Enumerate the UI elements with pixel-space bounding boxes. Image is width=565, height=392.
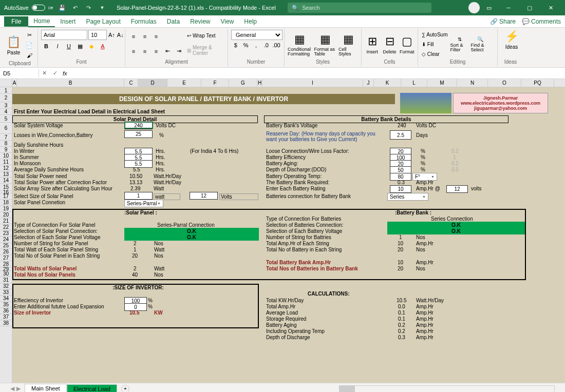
increase-font-button[interactable]: A↑ xyxy=(108,30,116,40)
menu-page-layout[interactable]: Page Layout xyxy=(81,16,125,27)
row-header[interactable]: 32 xyxy=(0,283,12,289)
row-header[interactable]: 22 xyxy=(0,224,12,230)
decrease-decimal-button[interactable]: .00 xyxy=(272,40,281,50)
row-header[interactable]: 24 xyxy=(0,237,12,243)
column-header[interactable]: C xyxy=(124,79,138,87)
row-header[interactable]: 12 xyxy=(0,165,12,171)
column-header[interactable]: K xyxy=(374,79,401,87)
font-color-button[interactable]: A xyxy=(98,41,108,51)
font-size-input[interactable] xyxy=(88,30,107,40)
row-header[interactable]: 10 xyxy=(0,153,12,159)
row-header[interactable]: 19 xyxy=(0,206,12,212)
row-header[interactable]: 8 xyxy=(0,141,12,147)
column-header[interactable]: F xyxy=(201,79,229,87)
row-header[interactable]: 5 xyxy=(0,115,12,123)
align-top-button[interactable]: ≡ xyxy=(128,31,139,42)
row-header[interactable]: 25 xyxy=(0,243,12,249)
menu-help[interactable]: Help xyxy=(239,16,262,27)
fill-button[interactable]: ⬇ Fill xyxy=(421,41,448,48)
row-header[interactable]: 6 xyxy=(0,123,12,134)
formula-input[interactable] xyxy=(69,69,565,77)
row-header[interactable]: 14 xyxy=(0,178,12,184)
tab-main-sheet[interactable]: Main Sheet xyxy=(25,384,67,392)
row-header[interactable]: 11 xyxy=(0,159,12,165)
column-header[interactable]: H xyxy=(257,79,262,87)
copy-button[interactable]: 📄 xyxy=(24,40,34,50)
fx-enter-icon[interactable]: ✓ xyxy=(50,70,61,76)
fill-color-button[interactable]: ◆ xyxy=(86,41,97,51)
menu-review[interactable]: Review xyxy=(185,16,215,27)
row-header[interactable]: 37 xyxy=(0,314,12,320)
column-header[interactable]: PQ xyxy=(521,79,554,87)
menu-file[interactable]: File xyxy=(4,16,28,27)
column-header[interactable]: G xyxy=(229,79,257,87)
user-avatar[interactable] xyxy=(468,2,480,13)
increase-indent-button[interactable]: ⇥ xyxy=(174,46,184,56)
row-header[interactable]: 20 xyxy=(0,212,12,218)
row-header[interactable]: 17 xyxy=(0,193,12,200)
row-header[interactable]: 38 xyxy=(0,320,12,326)
tab-next-icon[interactable]: ▶ xyxy=(16,385,21,392)
format-painter-button[interactable]: 🖌 xyxy=(24,50,34,61)
conditional-formatting-button[interactable]: ▦Conditional Formatting xyxy=(288,30,312,59)
each-batt-volt-input[interactable]: 12 xyxy=(446,185,468,193)
close-button[interactable]: ✕ xyxy=(540,0,561,15)
row-header[interactable]: 30 xyxy=(0,271,12,277)
add-sheet-button[interactable]: + xyxy=(121,385,129,393)
panel-volt-input[interactable]: 12 xyxy=(190,192,218,200)
column-header[interactable]: J xyxy=(363,79,374,87)
increase-decimal-button[interactable]: .0 xyxy=(261,40,271,50)
align-middle-button[interactable]: ≡ xyxy=(140,31,150,42)
column-header[interactable]: I xyxy=(262,79,363,87)
row-header[interactable]: 29 xyxy=(0,267,12,271)
column-header[interactable]: A xyxy=(12,79,17,87)
fx-cancel-icon[interactable]: ✕ xyxy=(39,70,50,76)
minimize-button[interactable]: ─ xyxy=(498,0,519,15)
ideas-button[interactable]: ⚡Ideas xyxy=(501,30,522,50)
decrease-indent-button[interactable]: ⇤ xyxy=(162,46,173,56)
row-header[interactable]: 35 xyxy=(0,302,12,308)
losses-input[interactable]: 25 xyxy=(124,130,153,138)
panel-connection-select[interactable]: Series-Parral xyxy=(124,200,163,207)
horizontal-scrollbar[interactable] xyxy=(339,385,555,393)
row-header[interactable]: 31 xyxy=(0,277,12,283)
row-header[interactable]: 21 xyxy=(0,218,12,224)
number-format-select[interactable]: General xyxy=(231,30,282,40)
row-header[interactable]: 23 xyxy=(0,230,12,237)
battery-connection-select[interactable]: Series xyxy=(387,193,428,201)
each-batt-input[interactable]: 10 xyxy=(390,185,411,193)
share-button[interactable]: 🔗Share xyxy=(490,18,516,25)
menu-data[interactable]: Data xyxy=(162,16,185,27)
wrap-text-button[interactable]: ↩Wrap Text xyxy=(186,32,224,40)
undo-icon[interactable]: ↶ xyxy=(71,4,80,12)
currency-button[interactable]: $ xyxy=(231,40,240,50)
menu-formulas[interactable]: Formulas xyxy=(126,16,162,27)
align-left-button[interactable]: ≡ xyxy=(128,46,139,56)
clear-button[interactable]: ◇ Clear xyxy=(421,51,448,57)
comma-button[interactable]: , xyxy=(252,40,261,50)
row-header[interactable]: 1 xyxy=(0,87,12,94)
menu-insert[interactable]: Insert xyxy=(55,16,81,27)
row-header[interactable]: 9 xyxy=(0,147,12,153)
underline-button[interactable]: U xyxy=(64,41,74,51)
decrease-font-button[interactable]: A↓ xyxy=(117,30,124,40)
row-header[interactable]: 2 xyxy=(0,94,12,102)
row-headers[interactable]: 1234567891011121314151617181920212223242… xyxy=(0,87,12,383)
row-header[interactable]: 3 xyxy=(0,102,12,109)
column-header[interactable]: E xyxy=(167,79,201,87)
menu-home[interactable]: Home xyxy=(28,16,55,27)
select-all-corner[interactable] xyxy=(0,79,12,87)
autosave-toggle[interactable]: AutoSave Off xyxy=(4,5,53,11)
system-voltage-input[interactable]: 240 xyxy=(124,122,153,129)
border-button[interactable]: ▦ xyxy=(75,41,85,51)
row-header[interactable]: 36 xyxy=(0,308,12,314)
font-name-input[interactable] xyxy=(41,30,87,40)
row-header[interactable]: 18 xyxy=(0,200,12,206)
column-header[interactable]: B xyxy=(17,79,124,87)
align-bottom-button[interactable]: ≡ xyxy=(151,31,161,42)
format-cells-button[interactable]: ▢Format xyxy=(399,30,415,59)
row-header[interactable]: 7 xyxy=(0,134,12,141)
worksheet[interactable]: DESIGN OF SOLAR PANEL / BATTERY BANK / I… xyxy=(12,87,565,383)
ribbon-options-icon[interactable]: ▭ xyxy=(484,3,494,13)
align-center-button[interactable]: ≡ xyxy=(140,46,150,56)
